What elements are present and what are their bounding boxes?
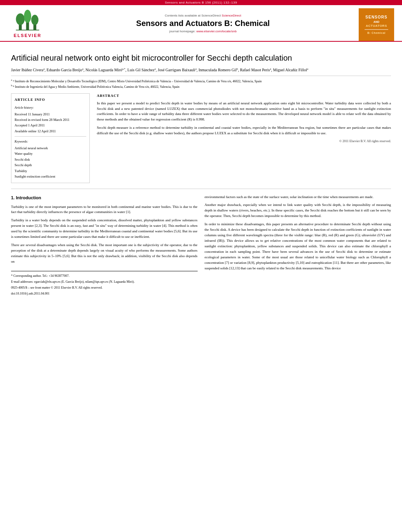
accepted: Accepted 1 April 2011 bbox=[15, 122, 86, 128]
elsevier-wordmark: ELSEVIER bbox=[14, 33, 41, 38]
elsevier-logo: ELSEVIER bbox=[8, 8, 47, 41]
intro-heading: 1. Introduction bbox=[11, 195, 198, 201]
abstract-para2: Secchi depth measure is a reference meth… bbox=[97, 125, 391, 136]
abstract-section: ABSTRACT In this paper we present a mode… bbox=[97, 93, 391, 144]
top-banner: Sensors and Actuators B 156 (2011) 132–1… bbox=[0, 0, 402, 5]
info-abstract-columns: ARTICLE INFO Article history: Received 1… bbox=[11, 93, 391, 183]
authors-list: Javier Ibáñez Civeraa, Eduardo Garcia Br… bbox=[11, 67, 391, 73]
affiliation-a: a ᵃ Instituto de Reconocimiento Molecula… bbox=[11, 78, 391, 84]
banner-text: Sensors and Actuators B 156 (2011) 132–1… bbox=[165, 1, 237, 4]
history-label: Article history: bbox=[15, 105, 86, 111]
journal-header: ELSEVIER Contents lists available at Sci… bbox=[0, 5, 402, 42]
body-columns: 1. Introduction Turbidity is one of the … bbox=[11, 195, 391, 297]
intro-para1: Turbidity is one of the most important p… bbox=[11, 204, 198, 215]
copyright-notice: © 2011 Elsevier B.V. All rights reserved… bbox=[97, 139, 391, 144]
elsevier-tree-icon bbox=[14, 8, 41, 32]
keyword-4: Secchi depth bbox=[15, 162, 86, 168]
info-divider bbox=[15, 136, 86, 137]
badge-sensors-text: SENSORS bbox=[365, 15, 387, 20]
received1: Received 11 January 2011 bbox=[15, 111, 86, 117]
footnote-emails: E-mail addresses: egarciah@eln.upv.es (E… bbox=[11, 280, 198, 284]
affiliation-b: b ᵇ Instituto de Ingeniería del Agua y M… bbox=[11, 84, 391, 89]
affiliations: a ᵃ Instituto de Reconocimiento Molecula… bbox=[11, 76, 391, 89]
sciencedirect-link: Contents lists available at ScienceDirec… bbox=[165, 14, 241, 17]
intro-right-para3: In order to minimize these disadvantages… bbox=[205, 222, 391, 271]
article-title: Artificial neural network onto eight bit… bbox=[11, 53, 391, 63]
badge-and-text: AND bbox=[373, 20, 379, 24]
sciencedirect-anchor[interactable]: ScienceDirect bbox=[222, 14, 241, 17]
sensors-actuators-badge: SENSORS AND ACTUATORS B: Chemical bbox=[359, 8, 394, 41]
keyword-2: Water quality bbox=[15, 151, 86, 156]
footnote-issn: 0925-4005/$ – see front matter © 2011 El… bbox=[11, 285, 198, 290]
badge-divider bbox=[365, 29, 388, 30]
svg-point-3 bbox=[24, 10, 31, 23]
abstract-heading: ABSTRACT bbox=[97, 93, 391, 99]
badge-sub: B: Chemical bbox=[367, 31, 385, 35]
badge-actuators-text: ACTUATORS bbox=[366, 24, 387, 28]
body-col-right: environmental factors such as the state … bbox=[205, 195, 391, 297]
abstract-column: ABSTRACT In this paper we present a mode… bbox=[97, 93, 391, 183]
footnote-doi: doi:10.1016/j.snb.2011.04.001 bbox=[11, 291, 198, 296]
main-content: Artificial neural network onto eight bit… bbox=[0, 42, 402, 305]
keyword-1: Artificial neural network bbox=[15, 145, 86, 151]
journal-homepage: journal homepage: www.elsevier.com/locat… bbox=[169, 30, 237, 33]
keyword-5: Turbidity bbox=[15, 168, 86, 174]
intro-para3: There are several disadvantages when usi… bbox=[11, 243, 198, 265]
received2: Received in revised form 28 March 2011 bbox=[15, 117, 86, 122]
intro-right-para2: Another major drawback, especially when … bbox=[205, 202, 391, 219]
keyword-6: Sunlight extinction coefficient bbox=[15, 174, 86, 179]
keyword-3: Secchi disk bbox=[15, 157, 86, 162]
body-col-left: 1. Introduction Turbidity is one of the … bbox=[11, 195, 198, 297]
article-info-column: ARTICLE INFO Article history: Received 1… bbox=[11, 93, 90, 183]
footnotes: * Corresponding author. Tel.: +34 963877… bbox=[11, 271, 198, 296]
article-info-heading: ARTICLE INFO bbox=[15, 97, 86, 103]
journal-homepage-link[interactable]: www.elsevier.com/locate/snb bbox=[196, 30, 237, 33]
svg-point-1 bbox=[16, 13, 24, 25]
intro-para2: Turbidity in a water body depends on the… bbox=[11, 218, 198, 240]
keywords-label: Keywords: bbox=[15, 139, 86, 145]
body-divider bbox=[11, 189, 391, 189]
journal-name: Sensors and Actuators B: Chemical bbox=[136, 19, 270, 28]
footnote-corresponding: * Corresponding author. Tel.: +34 963877… bbox=[11, 274, 198, 278]
journal-title-area: Contents lists available at ScienceDirec… bbox=[51, 8, 355, 41]
svg-point-5 bbox=[31, 15, 38, 25]
available-online: Available online 12 April 2011 bbox=[15, 128, 86, 134]
article-info-box: ARTICLE INFO Article history: Received 1… bbox=[11, 93, 90, 183]
intro-right-para1: environmental factors such as the state … bbox=[205, 195, 391, 200]
abstract-para1: In this paper we present a model to pred… bbox=[97, 101, 391, 122]
